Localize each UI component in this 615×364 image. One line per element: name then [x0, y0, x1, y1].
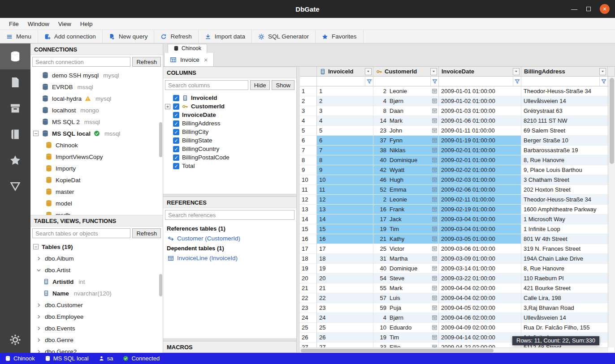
column-item-artistid[interactable]: ArtistId int	[30, 276, 163, 287]
column-item-name[interactable]: Name nvarchar(120)	[30, 287, 163, 299]
row-number[interactable]: 13	[300, 205, 317, 214]
cell-invoicedate[interactable]: 2009-02-06 01:00:00	[439, 185, 521, 195]
menu-window[interactable]: Window	[23, 19, 54, 29]
table-row[interactable]: 8 8 40 Dominique 2009-02-01 01:00:00 8, …	[300, 155, 615, 165]
database-item-importviewscopy[interactable]: + ImportViewsCopy	[30, 151, 163, 163]
connection-item-localhost[interactable]: − localhost mongo	[30, 104, 163, 116]
row-number[interactable]: 9	[300, 165, 317, 175]
filter-input-billingaddress[interactable]	[521, 77, 599, 86]
collapse-icon[interactable]: −	[33, 244, 39, 249]
cell-invoiceid[interactable]: 3	[317, 106, 373, 116]
filter-input-customerid[interactable]	[373, 77, 430, 86]
row-number[interactable]: 25	[300, 323, 317, 333]
checkbox[interactable]: ✓	[173, 163, 179, 169]
row-number[interactable]: 26	[300, 333, 317, 343]
cell-customerid[interactable]: 14 Mark	[373, 116, 439, 126]
table-row[interactable]: 4 4 14 Mark 2009-01-06 01:00:00 8210 111…	[300, 116, 615, 126]
menu-help[interactable]: Help	[76, 19, 97, 29]
table-row[interactable]: 25 25 10 Eduardo 2009-04-09 02:00:00 Rua…	[300, 323, 615, 333]
toolbar-add-connection-button[interactable]: Add connection	[38, 30, 103, 43]
row-number[interactable]: 18	[300, 254, 317, 264]
references-search-input[interactable]	[165, 210, 295, 220]
database-item-importy[interactable]: + Importy	[30, 163, 163, 174]
reference-link-customer-customerid-[interactable]: Customer (CustomerId)	[167, 234, 293, 243]
cell-billingaddress[interactable]: Calle Lira, 198	[521, 293, 608, 303]
row-number[interactable]: 23	[300, 303, 317, 313]
cell-invoicedate[interactable]: 2009-01-19 01:00:00	[439, 136, 521, 146]
table-row[interactable]: 16 16 21 Kathy 2009-03-05 01:00:00 801 W…	[300, 234, 615, 244]
cell-customerid[interactable]: 19 Tim	[373, 224, 439, 234]
column-toggle-customerid[interactable]: + ✓ CustomerId	[163, 102, 296, 111]
row-number[interactable]: 22	[300, 293, 317, 303]
cell-invoiceid[interactable]: 17	[317, 244, 373, 254]
column-menu-button[interactable]	[513, 68, 520, 75]
show-columns-button[interactable]: Show	[272, 80, 295, 90]
cell-invoiceid[interactable]: 15	[317, 224, 373, 234]
column-toggle-billingcountry[interactable]: + ✓ BillingCountry	[163, 145, 296, 153]
cell-billingaddress[interactable]: 8210 111 ST NW	[521, 116, 608, 126]
filter-funnel-icon[interactable]	[365, 77, 373, 86]
cell-customerid[interactable]: 37 Fynn	[373, 136, 439, 146]
checkbox[interactable]: ✓	[173, 120, 179, 127]
statusbar-connection[interactable]: MS SQL local	[40, 353, 94, 364]
column-menu-button[interactable]	[430, 68, 437, 75]
table-item-dbo-genre2[interactable]: dbo.Genre2	[30, 346, 163, 353]
table-row[interactable]: 9 9 42 Wyatt 2009-02-02 01:00:00 9, Plac…	[300, 165, 615, 175]
vertical-scrollbar[interactable]	[608, 77, 615, 347]
cell-billingaddress[interactable]: 1600 Amphitheatre Parkway	[521, 205, 608, 214]
cell-invoicedate[interactable]: 2009-02-19 01:00:00	[439, 205, 521, 214]
toolbar-new-query-button[interactable]: New query	[103, 30, 155, 43]
table-item-dbo-employee[interactable]: dbo.Employee	[30, 311, 163, 322]
table-row[interactable]: 10 10 46 Hugh 2009-02-03 01:00:00 3 Chat…	[300, 175, 615, 185]
scrollbar-thumb[interactable]	[301, 349, 494, 352]
cell-customerid[interactable]: 31 Martha	[373, 254, 439, 264]
cell-billingaddress[interactable]: 319 N. Frances Street	[521, 244, 608, 254]
connection-item-ms-sql-2[interactable]: − MS SQL 2 mssql	[30, 116, 163, 128]
table-row[interactable]: 24 24 4 Bjørn 2009-04-06 02:00:00 Ullevå…	[300, 313, 615, 323]
checkbox[interactable]: ✓	[173, 95, 179, 101]
cell-customerid[interactable]: 17 Jack	[373, 214, 439, 224]
toolbar-import-data-button[interactable]: Import data	[199, 30, 252, 43]
row-number[interactable]: 8	[300, 155, 317, 165]
horizontal-scrollbar[interactable]	[300, 347, 608, 353]
columns-search-input[interactable]	[165, 80, 248, 90]
cell-invoicedate[interactable]: 2009-02-02 01:00:00	[439, 165, 521, 175]
row-number[interactable]: 12	[300, 195, 317, 205]
cell-invoicedate[interactable]: 2009-04-09 02:00:00	[439, 323, 521, 333]
table-row[interactable]: 13 13 16 Frank 2009-02-19 01:00:00 1600 …	[300, 205, 615, 214]
cell-customerid[interactable]: 46 Hugh	[373, 175, 439, 185]
scrollbar-thumb[interactable]	[159, 122, 162, 157]
hide-columns-button[interactable]: Hide	[250, 80, 270, 90]
column-menu-button[interactable]	[599, 68, 606, 75]
tab-invoice[interactable]: Invoice ×	[164, 53, 214, 66]
cell-customerid[interactable]: 25 Victor	[373, 244, 439, 254]
filter-input-invoicedate[interactable]	[439, 77, 513, 86]
connection-item-local-hydra[interactable]: − local-hydra mysql	[30, 93, 163, 104]
cell-invoiceid[interactable]: 4	[317, 116, 373, 126]
database-item-chinook[interactable]: + Chinook	[30, 139, 163, 151]
checkbox[interactable]: ✓	[173, 129, 179, 135]
sidebar-files-button[interactable]	[0, 69, 30, 95]
cell-billingaddress[interactable]: 3,Raj Bhavan Road	[521, 303, 608, 313]
toolbar-favorites-button[interactable]: Favorites	[316, 30, 364, 43]
table-row[interactable]: 2 2 4 Bjørn 2009-01-02 01:00:00 Ullevåls…	[300, 96, 615, 106]
table-row[interactable]: 15 15 19 Tim 2009-03-04 01:00:00 1 Infin…	[300, 224, 615, 234]
cell-invoicedate[interactable]: 2009-02-11 01:00:00	[439, 195, 521, 205]
table-item-dbo-customer[interactable]: dbo.Customer	[30, 299, 163, 311]
cell-invoicedate[interactable]: 2009-02-01 01:00:00	[439, 155, 521, 165]
cell-invoiceid[interactable]: 9	[317, 165, 373, 175]
row-number[interactable]: 6	[300, 136, 317, 146]
connection-item-demo-ssh-mysql[interactable]: − demo SSH mysql mysql	[30, 69, 163, 81]
cell-invoicedate[interactable]: 2009-02-03 01:00:00	[439, 175, 521, 185]
connection-search-input[interactable]	[32, 57, 130, 67]
row-number[interactable]: 16	[300, 234, 317, 244]
table-item-dbo-genre[interactable]: dbo.Genre	[30, 334, 163, 346]
cell-invoicedate[interactable]: 2009-02-01 01:00:00	[439, 146, 521, 155]
sidebar-archive-button[interactable]	[0, 95, 30, 121]
cell-invoicedate[interactable]: 2009-03-06 01:00:00	[439, 244, 521, 254]
table-row[interactable]: 11 11 52 Emma 2009-02-06 01:00:00 202 Ho…	[300, 185, 615, 195]
table-item-dbo-events[interactable]: dbo.Events	[30, 322, 163, 334]
sidebar-settings-button[interactable]	[0, 327, 30, 353]
cell-billingaddress[interactable]: 421 Bourke Street	[521, 283, 608, 293]
connection-item-ms-sql-local[interactable]: − MS SQL local mssql	[30, 128, 163, 139]
